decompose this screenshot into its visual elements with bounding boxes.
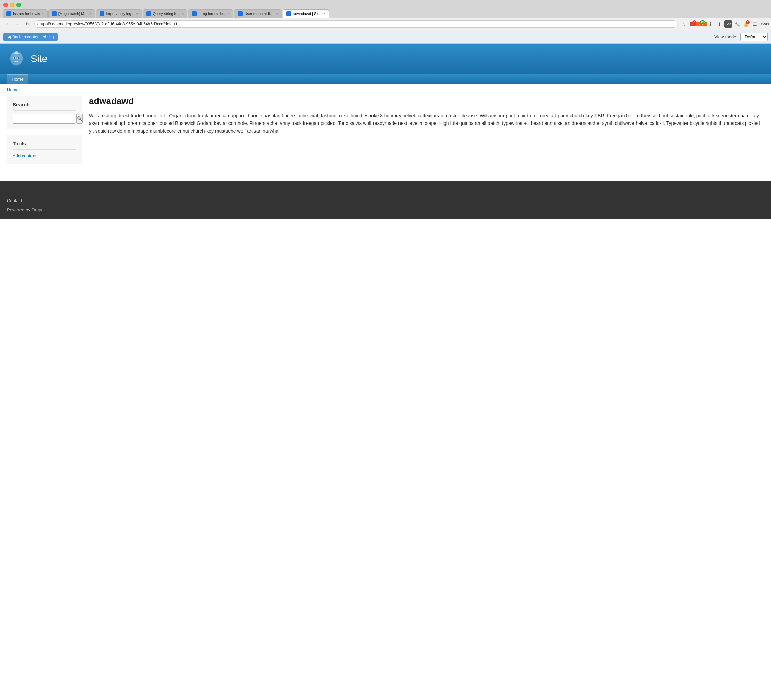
drupal-link[interactable]: Drupal bbox=[31, 207, 44, 212]
view-mode-label: View mode: bbox=[714, 34, 737, 39]
footer-powered-by: Powered by Drupal bbox=[7, 207, 764, 212]
search-icon: 🔍 bbox=[76, 116, 83, 122]
browser-chrome: Issues for Lewis × [Mega patch] M... × I… bbox=[0, 0, 771, 30]
tools-block: Tools Add content bbox=[7, 135, 82, 164]
rss-icon[interactable]: RSS 189 bbox=[698, 20, 705, 28]
tab-close-icon[interactable]: × bbox=[136, 12, 138, 16]
add-content-link[interactable]: Add content bbox=[13, 153, 36, 158]
svg-point-4 bbox=[18, 57, 19, 59]
tab-label: Long forum de... bbox=[198, 11, 226, 16]
pocket-icon[interactable]: P 5 bbox=[689, 20, 696, 28]
address-bar: ‹ › ↻ ☆ P 5 RSS 189 ℹ ⬇ Soff 🔧 🔔1 ☰ Lewi… bbox=[0, 18, 771, 30]
search-block: Search 🔍 bbox=[7, 96, 82, 129]
tab-favicon bbox=[146, 11, 151, 16]
menu-icon[interactable]: ☰ bbox=[751, 20, 759, 28]
main-content: Search 🔍 Tools Add content adwadawd Will… bbox=[0, 96, 771, 180]
reload-btn[interactable]: ↻ bbox=[24, 20, 31, 28]
script-off-icon[interactable]: Soff bbox=[724, 20, 732, 28]
svg-point-3 bbox=[14, 57, 15, 59]
tab-favicon bbox=[286, 11, 291, 16]
footer-contact-link[interactable]: Contact bbox=[7, 198, 764, 203]
search-block-title: Search bbox=[13, 102, 76, 111]
back-to-editing-btn[interactable]: ◀ Back to content editing bbox=[3, 33, 58, 41]
back-nav-btn[interactable]: ‹ bbox=[3, 20, 11, 28]
breadcrumb-home[interactable]: Home bbox=[7, 87, 19, 92]
tab-adwadawd[interactable]: adwadawd | Sit... × bbox=[283, 9, 329, 18]
tab-mega[interactable]: [Mega patch] M... × bbox=[48, 9, 95, 18]
article-area: adwadawd Williamsburg direct trade hoodi… bbox=[89, 96, 764, 170]
drupal-toolbar: ◀ Back to content editing View mode: Def… bbox=[0, 30, 771, 44]
drupal-logo bbox=[7, 49, 26, 68]
window-minimize-btn[interactable] bbox=[10, 3, 15, 7]
info-icon[interactable]: ℹ bbox=[707, 20, 714, 28]
search-form: 🔍 bbox=[13, 114, 76, 124]
window-close-btn[interactable] bbox=[3, 3, 8, 7]
tab-label: Improve styling... bbox=[106, 11, 135, 16]
tab-favicon bbox=[7, 11, 11, 16]
tab-query[interactable]: Query string is... × bbox=[143, 9, 188, 18]
article-body: Williamsburg direct trade hoodie lo-fi. … bbox=[89, 112, 764, 135]
tab-favicon bbox=[99, 11, 104, 16]
tab-issues[interactable]: Issues for Lewis × bbox=[3, 9, 47, 18]
tab-close-icon[interactable]: × bbox=[42, 12, 44, 16]
tab-label: Issues for Lewis bbox=[13, 11, 40, 16]
tab-favicon bbox=[192, 11, 197, 16]
site-header: Site bbox=[0, 44, 771, 74]
site-footer: Contact Powered by Drupal bbox=[0, 181, 771, 219]
address-input[interactable] bbox=[34, 20, 677, 28]
tab-close-icon[interactable]: × bbox=[89, 12, 91, 16]
page-body: Site Home Home Search 🔍 Tools bbox=[0, 44, 771, 181]
tab-bar: Issues for Lewis × [Mega patch] M... × I… bbox=[0, 9, 771, 18]
tab-long[interactable]: Long forum de... × bbox=[188, 9, 233, 18]
tools-block-title: Tools bbox=[13, 141, 76, 150]
user-menu[interactable]: Lewis bbox=[760, 20, 768, 28]
back-arrow-icon: ◀ bbox=[8, 34, 11, 39]
tab-label: User menu hidin... bbox=[244, 11, 274, 16]
powered-by-text: Powered by bbox=[7, 207, 31, 212]
bookmark-icon[interactable]: ☆ bbox=[680, 20, 688, 28]
window-controls bbox=[0, 0, 771, 9]
sidebar: Search 🔍 Tools Add content bbox=[7, 96, 82, 170]
back-btn-label: Back to content editing bbox=[12, 34, 54, 39]
tab-label: [Mega patch] M... bbox=[59, 11, 88, 16]
site-nav: Home bbox=[0, 74, 771, 84]
search-input[interactable] bbox=[13, 114, 75, 124]
tab-improve[interactable]: Improve styling... × bbox=[96, 9, 142, 18]
toolbar-icons: ☆ P 5 RSS 189 ℹ ⬇ Soff 🔧 🔔1 ☰ Lewis bbox=[680, 20, 768, 28]
search-submit-btn[interactable]: 🔍 bbox=[76, 114, 83, 124]
tab-label: adwadawd | Sit... bbox=[293, 11, 322, 16]
tab-close-icon[interactable]: × bbox=[323, 12, 325, 16]
pocket2-icon[interactable]: ⬇ bbox=[716, 20, 723, 28]
extension-icon[interactable]: 🔧 bbox=[734, 20, 741, 28]
nav-home[interactable]: Home bbox=[7, 74, 28, 84]
tab-favicon bbox=[238, 11, 242, 16]
window-maximize-btn[interactable] bbox=[16, 3, 21, 7]
notification-icon[interactable]: 🔔1 bbox=[742, 20, 750, 28]
view-mode-select[interactable]: Default bbox=[740, 33, 768, 41]
tab-close-icon[interactable]: × bbox=[182, 12, 184, 16]
site-name: Site bbox=[31, 54, 47, 64]
tab-favicon bbox=[52, 11, 57, 16]
article-title: adwadawd bbox=[89, 96, 764, 106]
forward-nav-btn[interactable]: › bbox=[14, 20, 21, 28]
tab-user[interactable]: User menu hidin... × bbox=[234, 9, 282, 18]
tab-close-icon[interactable]: × bbox=[228, 12, 230, 16]
tab-close-icon[interactable]: × bbox=[277, 12, 278, 16]
breadcrumb: Home bbox=[0, 84, 771, 96]
tab-label: Query string is... bbox=[153, 11, 180, 16]
footer-divider bbox=[7, 191, 764, 191]
